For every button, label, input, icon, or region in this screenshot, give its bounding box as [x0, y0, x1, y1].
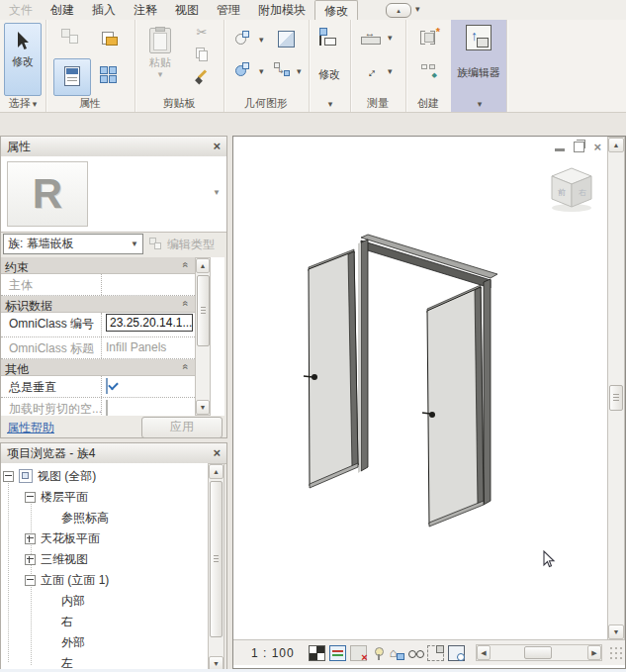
shadows-off-icon[interactable]	[371, 646, 386, 660]
temporary-hide-isolate-icon[interactable]	[408, 646, 423, 660]
expand-expander-icon[interactable]	[25, 533, 36, 544]
scroll-down-button[interactable]: ▼	[196, 400, 210, 415]
tab-addins[interactable]: 附加模块	[249, 0, 314, 20]
omniclass-number-field[interactable]: 23.25.20.14.1...	[106, 314, 193, 332]
panel-properties-label: 属性	[45, 96, 134, 112]
join-button[interactable]	[227, 57, 259, 83]
property-row-omniclass-number[interactable]: OmniClass 编号 23.25.20.14.1...	[1, 313, 195, 337]
family-types-button[interactable]	[91, 23, 129, 58]
cut-voids-checkbox[interactable]	[106, 400, 108, 416]
family-editor-caret[interactable]: ▾	[451, 96, 506, 112]
match-type-button[interactable]	[188, 69, 216, 91]
tab-modify[interactable]: 修改	[314, 0, 358, 21]
view-scale-button[interactable]: 1 : 100	[251, 646, 295, 660]
panel-select-label[interactable]: 选择▾	[0, 96, 45, 112]
family-parameters-button[interactable]	[91, 58, 129, 96]
tab-annotate[interactable]: 注释	[125, 0, 166, 20]
panel-modify-collapsed[interactable]: 修改 ▾	[309, 20, 351, 112]
modify-tool-button[interactable]: 修改	[4, 23, 42, 96]
tree-node-right[interactable]: 右	[1, 612, 207, 631]
tree-scrollbar[interactable]: ▲ ▼	[208, 463, 224, 672]
measure-between-button[interactable]: ↔	[354, 57, 386, 85]
crop-view-icon[interactable]: ⌂	[390, 646, 404, 660]
scrollbar-thumb[interactable]	[197, 275, 210, 346]
dock-divider[interactable]	[227, 136, 232, 669]
scroll-up-button[interactable]: ▲	[196, 258, 210, 273]
always-vertical-checkbox[interactable]	[106, 378, 108, 394]
measure2-caret-icon[interactable]: ▾	[388, 67, 393, 75]
type-preview[interactable]: R ▼	[1, 156, 226, 233]
ribbon-minimize-button[interactable]: ▴	[386, 3, 411, 18]
property-row-always-vertical[interactable]: 总是垂直	[1, 376, 195, 398]
view-horizontal-scrollbar[interactable]: ◀ ▶	[476, 644, 602, 661]
scrollbar-thumb[interactable]	[210, 481, 223, 637]
detail-level-icon[interactable]	[309, 645, 325, 661]
properties-palette-button[interactable]	[53, 58, 91, 96]
modify-panel-caret[interactable]: ▾	[309, 96, 350, 112]
ribbon-minimize-caret-icon[interactable]: ▾	[415, 4, 420, 20]
property-row-omniclass-title[interactable]: OmniClass 标题 Infill Panels	[1, 337, 195, 359]
create-group-button[interactable]: ◆	[413, 57, 445, 85]
collapse-expander-icon[interactable]	[3, 471, 14, 482]
project-browser-header[interactable]: 项目浏览器 - 族4 ×	[1, 443, 226, 464]
measure-aligned-button[interactable]: ↔	[354, 24, 386, 51]
cope-button[interactable]	[227, 26, 259, 51]
tab-insert[interactable]: 插入	[83, 0, 125, 20]
connectors-caret-icon[interactable]: ▾	[297, 67, 302, 75]
cut-button[interactable]: ✂	[188, 24, 216, 46]
scroll-up-button[interactable]: ▲	[608, 138, 624, 152]
paste-button[interactable]: 粘贴 ▾	[140, 23, 180, 96]
cope-caret-icon[interactable]: ▾	[259, 36, 264, 44]
create-component-button[interactable]: *	[413, 24, 445, 51]
group-other[interactable]: 其他 «	[1, 359, 195, 376]
project-browser-close-icon[interactable]: ×	[213, 447, 221, 459]
scrollbar-thumb[interactable]	[524, 646, 552, 659]
group-identity-data[interactable]: 标识数据 «	[1, 296, 195, 313]
solid-button[interactable]	[271, 26, 301, 51]
properties-palette-header[interactable]: 属性 ×	[1, 137, 226, 157]
scroll-left-button[interactable]: ◀	[477, 645, 491, 660]
panel-family-editor[interactable]: ↑ 族编辑器 ▾	[451, 20, 507, 112]
expand-expander-icon[interactable]	[25, 554, 36, 565]
tree-node-views[interactable]: 视图 (全部)	[1, 466, 207, 486]
tab-file[interactable]: 文件	[0, 0, 42, 20]
sun-path-off-icon[interactable]	[350, 645, 367, 661]
collapse-expander-icon[interactable]	[25, 575, 36, 586]
copy-button[interactable]	[188, 47, 216, 68]
tab-manage[interactable]: 管理	[208, 0, 249, 20]
properties-close-icon[interactable]: ×	[213, 141, 221, 152]
tree-node-3d-views[interactable]: 三维视图	[1, 549, 207, 569]
scroll-down-button[interactable]: ▼	[608, 624, 624, 639]
scroll-right-button[interactable]: ▶	[587, 645, 601, 660]
tree-node-floor-plans[interactable]: 楼层平面	[1, 487, 207, 507]
tab-create[interactable]: 创建	[42, 0, 83, 20]
property-row-host[interactable]: 主体	[1, 274, 195, 296]
connectors-button[interactable]: ↳	[267, 57, 297, 83]
tab-view[interactable]: 视图	[166, 0, 208, 20]
property-row-cut-voids[interactable]: 加载时剪切的空...	[1, 398, 195, 416]
resize-grip[interactable]	[609, 646, 624, 661]
type-preview-dropdown-icon[interactable]: ▼	[213, 188, 221, 197]
apply-button[interactable]: 应用	[141, 417, 223, 438]
family-category-button[interactable]	[53, 23, 91, 58]
visual-style-icon[interactable]	[329, 645, 346, 661]
properties-help-link[interactable]: 属性帮助	[7, 420, 54, 436]
tree-node-ref-level[interactable]: 参照标高	[1, 508, 207, 528]
collapse-expander-icon[interactable]	[25, 492, 36, 503]
edit-type-button[interactable]: 编辑类型	[149, 235, 226, 254]
tree-node-interior[interactable]: 内部	[1, 591, 207, 611]
tree-node-elevations[interactable]: 立面 (立面 1)	[1, 570, 207, 590]
property-grid-scrollbar[interactable]: ▲ ▼	[195, 257, 211, 416]
tree-node-ceiling-plans[interactable]: 天花板平面	[1, 528, 207, 548]
join-caret-icon[interactable]: ▾	[259, 67, 264, 75]
tree-node-exterior[interactable]: 外部	[1, 632, 207, 652]
view-vertical-scrollbar[interactable]: ▲ ▼	[607, 137, 625, 640]
reveal-hidden-elements-icon[interactable]	[448, 645, 465, 661]
measure-caret-icon[interactable]: ▾	[388, 34, 393, 42]
drawing-area-window[interactable]: × 前 右	[232, 136, 626, 669]
scroll-up-button[interactable]: ▲	[209, 464, 224, 479]
scrollbar-thumb[interactable]	[609, 385, 623, 411]
type-selector-combobox[interactable]: 族: 幕墙嵌板 ▼	[3, 234, 143, 254]
group-constraints[interactable]: 约束 «	[1, 257, 195, 274]
locked-3d-view-icon[interactable]	[427, 645, 444, 661]
